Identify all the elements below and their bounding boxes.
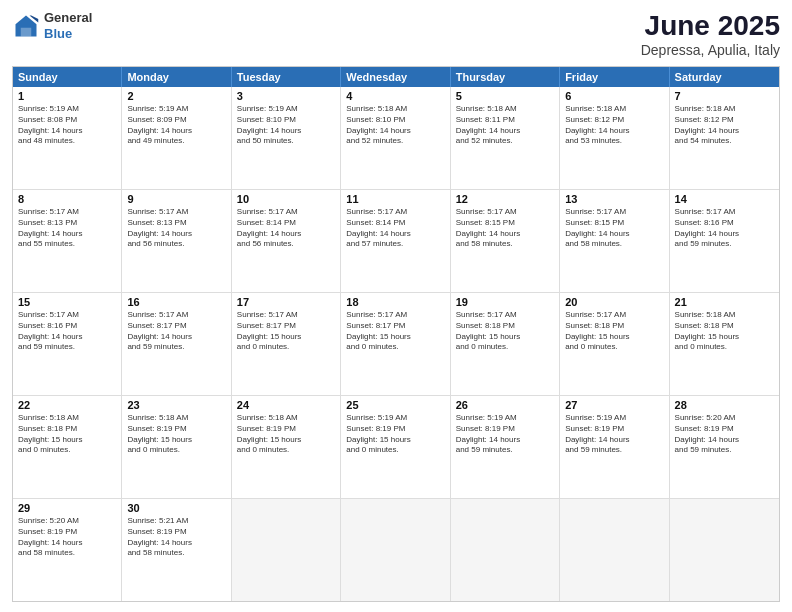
day-cell-4: 4Sunrise: 5:18 AMSunset: 8:10 PMDaylight… [341, 87, 450, 189]
cell-line: Sunrise: 5:18 AM [565, 104, 663, 115]
week-row-2: 8Sunrise: 5:17 AMSunset: 8:13 PMDaylight… [13, 190, 779, 293]
day-cell-19: 19Sunrise: 5:17 AMSunset: 8:18 PMDayligh… [451, 293, 560, 395]
cell-line: Sunset: 8:13 PM [18, 218, 116, 229]
header-sunday: Sunday [13, 67, 122, 87]
header-friday: Friday [560, 67, 669, 87]
day-cell-22: 22Sunrise: 5:18 AMSunset: 8:18 PMDayligh… [13, 396, 122, 498]
cell-line: Daylight: 14 hours [346, 126, 444, 137]
cell-line: and 54 minutes. [675, 136, 774, 147]
empty-cell [451, 499, 560, 601]
day-number: 20 [565, 296, 663, 308]
cell-line: and 59 minutes. [565, 445, 663, 456]
cell-line: Sunset: 8:08 PM [18, 115, 116, 126]
cell-line: Daylight: 15 hours [237, 435, 335, 446]
calendar-title: June 2025 [641, 10, 780, 42]
week-row-4: 22Sunrise: 5:18 AMSunset: 8:18 PMDayligh… [13, 396, 779, 499]
day-number: 13 [565, 193, 663, 205]
cell-line: Sunset: 8:16 PM [18, 321, 116, 332]
cell-line: Sunset: 8:12 PM [565, 115, 663, 126]
cell-line: Daylight: 14 hours [18, 332, 116, 343]
cell-line: Sunset: 8:10 PM [237, 115, 335, 126]
cell-line: Daylight: 14 hours [127, 538, 225, 549]
day-cell-29: 29Sunrise: 5:20 AMSunset: 8:19 PMDayligh… [13, 499, 122, 601]
cell-line: and 49 minutes. [127, 136, 225, 147]
cell-line: Daylight: 14 hours [675, 435, 774, 446]
cell-line: Sunset: 8:15 PM [565, 218, 663, 229]
cell-line: and 52 minutes. [346, 136, 444, 147]
cell-line: Daylight: 14 hours [18, 538, 116, 549]
cell-line: and 0 minutes. [127, 445, 225, 456]
cell-line: Sunset: 8:12 PM [675, 115, 774, 126]
cell-line: Sunset: 8:18 PM [675, 321, 774, 332]
day-number: 27 [565, 399, 663, 411]
day-cell-27: 27Sunrise: 5:19 AMSunset: 8:19 PMDayligh… [560, 396, 669, 498]
cell-line: Daylight: 15 hours [565, 332, 663, 343]
cell-line: Daylight: 14 hours [127, 229, 225, 240]
cell-line: Sunrise: 5:18 AM [675, 310, 774, 321]
header: General Blue June 2025 Depressa, Apulia,… [12, 10, 780, 58]
day-number: 17 [237, 296, 335, 308]
cell-line: Sunset: 8:19 PM [565, 424, 663, 435]
cell-line: Sunrise: 5:17 AM [18, 207, 116, 218]
cell-line: Daylight: 14 hours [18, 229, 116, 240]
cell-line: Sunrise: 5:19 AM [346, 413, 444, 424]
cell-line: Sunset: 8:09 PM [127, 115, 225, 126]
cell-line: and 59 minutes. [127, 342, 225, 353]
day-cell-18: 18Sunrise: 5:17 AMSunset: 8:17 PMDayligh… [341, 293, 450, 395]
cell-line: Sunset: 8:15 PM [456, 218, 554, 229]
day-number: 19 [456, 296, 554, 308]
cell-line: and 58 minutes. [18, 548, 116, 559]
cell-line: and 0 minutes. [565, 342, 663, 353]
cell-line: and 0 minutes. [675, 342, 774, 353]
cell-line: Daylight: 14 hours [127, 126, 225, 137]
header-monday: Monday [122, 67, 231, 87]
cell-line: and 58 minutes. [127, 548, 225, 559]
cell-line: Daylight: 15 hours [456, 332, 554, 343]
cell-line: and 50 minutes. [237, 136, 335, 147]
day-number: 5 [456, 90, 554, 102]
day-number: 30 [127, 502, 225, 514]
cell-line: Sunrise: 5:17 AM [18, 310, 116, 321]
day-cell-23: 23Sunrise: 5:18 AMSunset: 8:19 PMDayligh… [122, 396, 231, 498]
cell-line: and 57 minutes. [346, 239, 444, 250]
day-number: 1 [18, 90, 116, 102]
day-number: 18 [346, 296, 444, 308]
cell-line: Daylight: 15 hours [346, 332, 444, 343]
cell-line: Daylight: 14 hours [237, 229, 335, 240]
cell-line: and 52 minutes. [456, 136, 554, 147]
day-cell-1: 1Sunrise: 5:19 AMSunset: 8:08 PMDaylight… [13, 87, 122, 189]
day-number: 25 [346, 399, 444, 411]
day-cell-10: 10Sunrise: 5:17 AMSunset: 8:14 PMDayligh… [232, 190, 341, 292]
day-cell-2: 2Sunrise: 5:19 AMSunset: 8:09 PMDaylight… [122, 87, 231, 189]
day-number: 22 [18, 399, 116, 411]
day-cell-9: 9Sunrise: 5:17 AMSunset: 8:13 PMDaylight… [122, 190, 231, 292]
day-cell-26: 26Sunrise: 5:19 AMSunset: 8:19 PMDayligh… [451, 396, 560, 498]
logo-text: General Blue [44, 10, 92, 41]
cell-line: Sunset: 8:19 PM [127, 527, 225, 538]
cell-line: Daylight: 15 hours [237, 332, 335, 343]
day-number: 10 [237, 193, 335, 205]
svg-rect-2 [21, 27, 32, 36]
cell-line: Sunrise: 5:18 AM [456, 104, 554, 115]
cell-line: Sunset: 8:17 PM [127, 321, 225, 332]
title-block: June 2025 Depressa, Apulia, Italy [641, 10, 780, 58]
cell-line: Sunset: 8:18 PM [456, 321, 554, 332]
day-cell-21: 21Sunrise: 5:18 AMSunset: 8:18 PMDayligh… [670, 293, 779, 395]
week-row-3: 15Sunrise: 5:17 AMSunset: 8:16 PMDayligh… [13, 293, 779, 396]
day-cell-20: 20Sunrise: 5:17 AMSunset: 8:18 PMDayligh… [560, 293, 669, 395]
day-cell-16: 16Sunrise: 5:17 AMSunset: 8:17 PMDayligh… [122, 293, 231, 395]
page: General Blue June 2025 Depressa, Apulia,… [0, 0, 792, 612]
cell-line: and 59 minutes. [18, 342, 116, 353]
header-wednesday: Wednesday [341, 67, 450, 87]
day-cell-12: 12Sunrise: 5:17 AMSunset: 8:15 PMDayligh… [451, 190, 560, 292]
cell-line: Sunrise: 5:17 AM [237, 310, 335, 321]
cell-line: Sunrise: 5:18 AM [127, 413, 225, 424]
empty-cell [670, 499, 779, 601]
day-cell-14: 14Sunrise: 5:17 AMSunset: 8:16 PMDayligh… [670, 190, 779, 292]
cell-line: Sunset: 8:16 PM [675, 218, 774, 229]
day-cell-11: 11Sunrise: 5:17 AMSunset: 8:14 PMDayligh… [341, 190, 450, 292]
cell-line: Sunrise: 5:18 AM [346, 104, 444, 115]
cell-line: Sunset: 8:19 PM [346, 424, 444, 435]
day-number: 7 [675, 90, 774, 102]
cell-line: Sunset: 8:11 PM [456, 115, 554, 126]
